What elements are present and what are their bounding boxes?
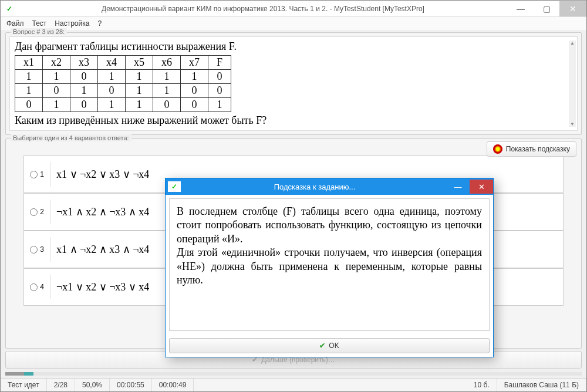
answer-number: 4 [40, 283, 44, 291]
answer-number: 3 [40, 245, 44, 254]
table-cell: 0 [43, 84, 70, 98]
main-window: ✓ Демонстрационный вариант КИМ по информ… [0, 0, 587, 392]
answer-radio[interactable] [30, 246, 38, 254]
hint-text-1: В последнем столбце (F) таблицы всего од… [177, 205, 482, 246]
dialog-title: Подсказка к заданию... [183, 183, 446, 191]
hint-dialog: ✓ Подсказка к заданию... — ✕ В последнем… [165, 178, 494, 357]
table-cell: 0 [70, 70, 98, 84]
answers-label: Выберите один из 4 вариантов ответа: [11, 134, 131, 141]
table-cell: 1 [43, 98, 70, 112]
answer-radio[interactable] [30, 208, 38, 216]
table-cell: 0 [153, 98, 181, 112]
answer-radio-cell: 2 [24, 208, 50, 216]
table-row: 10101100 [15, 84, 231, 98]
table-row: 01011001 [15, 98, 231, 112]
table-cell: 1 [98, 70, 126, 84]
ok-check-icon: ✔ [319, 342, 325, 350]
scrollbar-vertical[interactable] [569, 40, 576, 127]
question-intro: Дан фрагмент таблицы истинности выражени… [15, 40, 572, 53]
answer-number: 1 [40, 170, 44, 178]
dialog-close-button[interactable]: ✕ [470, 180, 493, 194]
question-outro: Каким из приведённых ниже выражений може… [15, 114, 572, 127]
answer-radio[interactable] [30, 171, 38, 178]
table-cell: 1 [153, 84, 181, 98]
table-cell: 1 [126, 84, 153, 98]
table-cell: 1 [208, 98, 231, 112]
dialog-icon: ✓ [168, 181, 181, 192]
table-row: 11011110 [15, 70, 231, 84]
hint-label: Показать подсказку [506, 145, 570, 153]
status-user: Башлаков Саша (11 Б) [497, 379, 586, 391]
table-header: x5 [126, 56, 153, 70]
titlebar: ✓ Демонстрационный вариант КИМ по информ… [1, 1, 586, 17]
minimize-button[interactable]: — [508, 1, 534, 16]
table-cell: 0 [208, 70, 231, 84]
status-state: Тест идет [1, 379, 47, 391]
table-cell: 0 [98, 84, 126, 98]
hint-text-2: Для этой «единичной» строчки получаем, ч… [177, 246, 482, 287]
menubar: Файл Тест Настройка ? [1, 17, 586, 30]
answer-radio-cell: 1 [24, 170, 50, 178]
status-time1: 00:00:55 [110, 379, 152, 391]
table-cell: 1 [126, 70, 153, 84]
table-cell: 1 [181, 70, 208, 84]
table-cell: 1 [43, 70, 70, 84]
menu-settings[interactable]: Настройка [55, 19, 89, 28]
dialog-body: В последнем столбце (F) таблицы всего од… [169, 198, 490, 331]
status-bar: Тест идет 2/28 50,0% 00:00:55 00:00:49 1… [1, 378, 586, 391]
status-time2: 00:00:49 [152, 379, 194, 391]
table-cell: 0 [181, 84, 208, 98]
dialog-titlebar: ✓ Подсказка к заданию... — ✕ [166, 178, 493, 195]
table-header: x3 [70, 56, 98, 70]
status-percent: 50,0% [75, 379, 110, 391]
maximize-button[interactable]: ▢ [534, 1, 559, 16]
answer-radio-cell: 3 [24, 245, 50, 254]
window-controls: — ▢ ✕ [508, 1, 586, 16]
table-cell: 1 [126, 98, 153, 112]
progress-current [24, 372, 33, 376]
hint-icon [493, 144, 502, 154]
table-cell: 0 [181, 98, 208, 112]
menu-test[interactable]: Тест [32, 19, 47, 28]
table-header: x7 [181, 56, 208, 70]
ok-button[interactable]: ✔ OK [169, 338, 490, 353]
progress-done [5, 372, 24, 376]
window-title: Демонстрационный вариант КИМ по информат… [18, 5, 508, 13]
app-icon: ✓ [4, 4, 15, 14]
hint-button[interactable]: Показать подсказку [487, 141, 576, 157]
answer-radio-cell: 4 [24, 283, 50, 291]
table-cell: 1 [15, 70, 43, 84]
table-header: x4 [98, 56, 126, 70]
question-counter: Вопрос # 3 из 28: [11, 28, 67, 35]
dialog-minimize-button[interactable]: — [446, 180, 470, 194]
table-header: F [208, 56, 231, 70]
close-button[interactable]: ✕ [559, 1, 586, 16]
table-cell: 1 [70, 84, 98, 98]
table-cell: 1 [153, 70, 181, 84]
table-cell: 0 [15, 98, 43, 112]
menu-help[interactable]: ? [97, 19, 102, 28]
answer-radio[interactable] [30, 283, 38, 291]
table-header: x6 [153, 56, 181, 70]
status-progress: 2/28 [47, 379, 75, 391]
progress-bar [5, 372, 582, 376]
table-cell: 1 [98, 98, 126, 112]
truth-table: x1x2x3x4x5x6x7F 110111101010110001011001 [15, 55, 231, 112]
table-header: x1 [15, 56, 43, 70]
table-cell: 1 [15, 84, 43, 98]
question-frame: Вопрос # 3 из 28: Дан фрагмент таблицы и… [5, 32, 582, 135]
answer-number: 2 [40, 208, 44, 216]
menu-file[interactable]: Файл [6, 19, 24, 28]
table-header: x2 [43, 56, 70, 70]
table-cell: 0 [208, 84, 231, 98]
question-content: Дан фрагмент таблицы истинности выражени… [9, 36, 578, 131]
table-cell: 0 [70, 98, 98, 112]
ok-label: OK [329, 342, 339, 350]
status-score: 10 б. [467, 379, 497, 391]
